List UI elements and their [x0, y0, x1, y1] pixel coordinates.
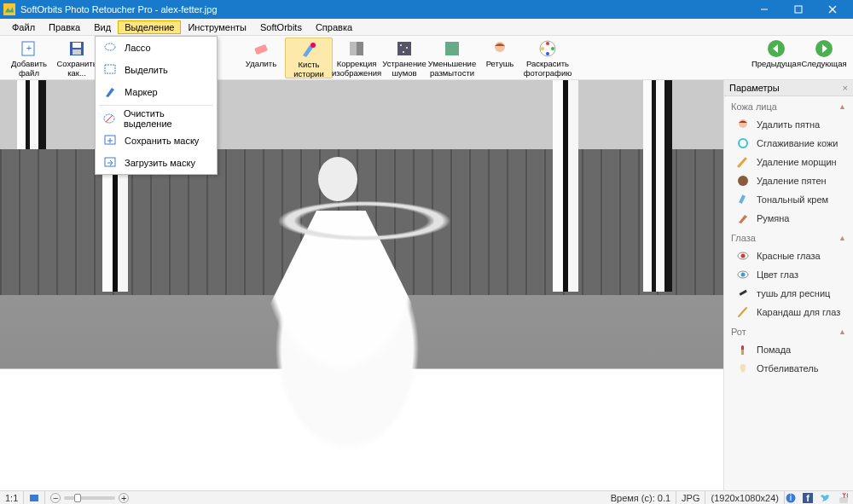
section-eyes[interactable]: Глаза▲: [724, 228, 853, 246]
menu-help[interactable]: Справка: [309, 20, 359, 34]
image-correction-button[interactable]: Коррекция изображения: [333, 38, 380, 78]
correction-icon: [347, 39, 366, 58]
zoom-slider[interactable]: [64, 496, 115, 500]
collapse-icon: ▲: [838, 327, 846, 336]
svg-rect-10: [254, 44, 268, 55]
svg-point-17: [403, 51, 404, 53]
dropdown-marker-label: Маркер: [125, 87, 158, 97]
clear-selection-icon: [102, 111, 117, 126]
tool-mascara[interactable]: тушь для ресниц: [724, 284, 853, 303]
zoom-ratio[interactable]: 1:1: [0, 491, 24, 504]
tool-remove-spots[interactable]: Удалить пятна: [724, 115, 853, 134]
tool-red-eyes[interactable]: Красные глаза: [724, 246, 853, 265]
tool-eyeliner[interactable]: Карандаш для глаз: [724, 303, 853, 322]
collapse-icon: ▲: [838, 102, 846, 111]
smooth-icon: [736, 136, 750, 150]
dropdown-save-mask[interactable]: Сохранить маску: [96, 130, 217, 152]
select-rect-icon: [102, 62, 118, 78]
side-panel-header: Параметры ×: [724, 80, 853, 96]
menu-selection[interactable]: Выделение: [118, 20, 181, 34]
next-button[interactable]: Следующая: [800, 38, 848, 78]
titlebar: SoftOrbits Photo Retoucher Pro - alex-fe…: [0, 0, 853, 19]
foundation-icon: [736, 193, 750, 206]
menu-edit[interactable]: Правка: [42, 20, 87, 34]
app-icon: [3, 3, 15, 15]
retouch-icon: [490, 39, 509, 58]
svg-rect-29: [105, 65, 115, 73]
zoom-controls: − +: [45, 491, 134, 504]
tool-foundation[interactable]: Тональный крем: [724, 190, 853, 209]
youtube-icon[interactable]: You: [836, 492, 848, 504]
svg-text:i: i: [790, 493, 792, 502]
svg-text:You: You: [841, 493, 848, 500]
menu-file[interactable]: Файл: [5, 20, 42, 34]
info-icon[interactable]: i: [785, 492, 797, 504]
dropdown-save-mask-label: Сохранить маску: [125, 136, 199, 146]
marker-icon: [102, 84, 118, 100]
dropdown-clear-selection[interactable]: Очистить выделение: [96, 107, 217, 130]
dropdown-select[interactable]: Выделить: [96, 59, 217, 81]
svg-rect-18: [445, 42, 459, 55]
delete-button[interactable]: Удалить: [237, 38, 285, 78]
fit-screen-button[interactable]: [24, 491, 45, 504]
facebook-icon[interactable]: f: [802, 492, 814, 504]
menu-tools[interactable]: Инструменты: [181, 20, 253, 34]
svg-point-28: [105, 43, 115, 50]
side-panel-title: Параметры: [729, 83, 780, 93]
side-panel-close[interactable]: ×: [843, 83, 848, 93]
svg-point-39: [741, 254, 746, 258]
close-button[interactable]: [815, 0, 850, 19]
menu-softorbits[interactable]: SoftOrbits: [253, 20, 309, 34]
statusbar: 1:1 − + Время (с): 0.1 JPG (1920x1080x24…: [0, 490, 853, 504]
stain-icon: [736, 174, 750, 188]
svg-rect-8: [73, 43, 81, 48]
dropdown-lasso[interactable]: Лассо: [96, 37, 217, 59]
save-as-button[interactable]: Сохранить как...: [53, 38, 101, 78]
twitter-icon[interactable]: [819, 492, 831, 504]
tool-lipstick[interactable]: Помада: [724, 340, 853, 359]
maximize-button[interactable]: [781, 0, 815, 19]
image-correction-label: Коррекция изображения: [332, 59, 381, 78]
tool-eye-color[interactable]: Цвет глаз: [724, 265, 853, 284]
status-format: JPG: [676, 491, 705, 504]
add-file-icon: +: [20, 39, 38, 58]
zoom-out-button[interactable]: −: [50, 493, 61, 503]
dropdown-clear-label: Очистить выделение: [124, 108, 210, 129]
save-icon: [67, 39, 86, 58]
section-mouth[interactable]: Рот▲: [724, 322, 853, 340]
tool-wrinkle-removal[interactable]: Удаление морщин: [724, 153, 853, 171]
dropdown-marker[interactable]: Маркер: [96, 81, 217, 103]
tool-blush[interactable]: Румяна: [724, 209, 853, 228]
noise-removal-label: Устранение шумов: [380, 59, 428, 78]
menu-view[interactable]: Вид: [87, 20, 118, 34]
tool-stain-removal[interactable]: Удаление пятен: [724, 171, 853, 190]
window-title: SoftOrbits Photo Retoucher Pro - alex-fe…: [20, 4, 747, 14]
deblur-icon: [443, 39, 461, 58]
history-brush-button[interactable]: Кисть истории: [285, 38, 333, 78]
lipstick-icon: [736, 343, 750, 356]
minimize-button[interactable]: [747, 0, 781, 19]
retouch-label: Ретушь: [486, 59, 514, 68]
noise-removal-button[interactable]: Устранение шумов: [380, 38, 428, 78]
section-skin[interactable]: Кожа лица▲: [724, 96, 853, 115]
dropdown-load-mask[interactable]: Загрузить маску: [96, 152, 217, 174]
colorize-button[interactable]: Раскрасить фотографию: [524, 38, 572, 78]
retouch-button[interactable]: Ретушь: [476, 38, 524, 78]
next-icon: [815, 39, 833, 58]
tool-whitener[interactable]: Отбеливатель: [724, 359, 853, 378]
svg-rect-9: [73, 49, 81, 55]
svg-point-24: [546, 52, 549, 55]
eyeliner-icon: [736, 305, 750, 319]
prev-label: Предыдущая: [751, 59, 801, 68]
svg-text:+: +: [26, 43, 32, 53]
prev-button[interactable]: Предыдущая: [752, 38, 800, 78]
svg-rect-37: [739, 194, 746, 204]
tool-skin-smoothing[interactable]: Сглаживание кожи: [724, 134, 853, 153]
svg-rect-2: [795, 6, 802, 13]
dropdown-lasso-label: Лассо: [125, 43, 151, 53]
add-file-label: Добавить файл: [5, 59, 53, 78]
zoom-in-button[interactable]: +: [119, 493, 129, 503]
svg-rect-44: [30, 495, 38, 501]
add-file-button[interactable]: + Добавить файл: [5, 38, 53, 78]
deblur-button[interactable]: Уменьшение размытости: [428, 38, 476, 78]
